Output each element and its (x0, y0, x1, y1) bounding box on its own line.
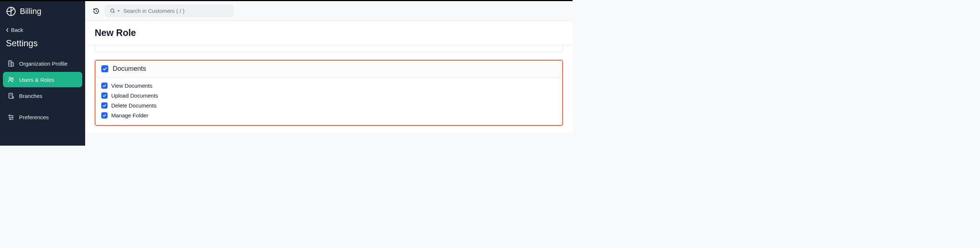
svg-rect-2 (12, 63, 14, 67)
sidebar-brand[interactable]: Billing (0, 1, 85, 19)
checkbox-manage-folder[interactable] (101, 112, 108, 119)
top-black-bar (0, 0, 573, 1)
sidebar: Billing Back Settings Organization Profi… (0, 0, 85, 146)
sidebar-item-users-roles[interactable]: Users & Roles (3, 72, 82, 87)
check-icon (102, 113, 107, 118)
checkbox-view-documents[interactable] (101, 83, 108, 89)
check-icon (102, 103, 107, 108)
sidebar-item-label: Organization Profile (19, 60, 68, 67)
permission-row-delete: Delete Documents (101, 102, 557, 108)
brand-name: Billing (20, 6, 41, 16)
building-icon (7, 60, 15, 67)
svg-rect-5 (9, 93, 13, 98)
permission-label: Manage Folder (111, 112, 148, 119)
top-bar (85, 1, 573, 21)
back-link[interactable]: Back (0, 19, 85, 35)
svg-point-6 (9, 115, 10, 116)
sidebar-item-label: Users & Roles (19, 77, 54, 83)
sidebar-item-label: Branches (19, 93, 42, 99)
preferences-icon (7, 113, 15, 121)
sidebar-item-label: Preferences (19, 114, 49, 120)
search-icon-dropdown[interactable] (110, 8, 120, 14)
sidebar-item-organization-profile[interactable]: Organization Profile (3, 56, 82, 71)
search-input[interactable] (123, 8, 229, 14)
back-label: Back (11, 27, 23, 33)
permission-group-header: Documents (95, 60, 562, 78)
search-box[interactable] (105, 5, 234, 17)
permission-label: Upload Documents (111, 92, 158, 99)
checkbox-upload-documents[interactable] (101, 92, 108, 99)
permission-label: View Documents (111, 83, 152, 89)
checkbox-documents-all[interactable] (101, 65, 108, 72)
sidebar-item-preferences[interactable]: Preferences (3, 109, 82, 125)
svg-point-4 (12, 78, 13, 79)
permission-row-upload: Upload Documents (101, 92, 557, 99)
users-icon (7, 76, 15, 83)
page-title: New Role (95, 27, 563, 38)
chevron-down-icon (117, 9, 120, 13)
content-area: Documents View Documents (85, 45, 573, 132)
permission-group-title: Documents (113, 65, 146, 73)
check-icon (102, 67, 107, 71)
main-area: New Role Documents (85, 0, 573, 146)
permission-group-documents: Documents View Documents (95, 60, 563, 126)
check-icon (102, 94, 107, 98)
check-icon (102, 84, 107, 88)
svg-point-8 (10, 119, 11, 119)
search-icon (110, 8, 115, 14)
nav-spacer (3, 104, 82, 109)
sidebar-item-branches[interactable]: Branches (3, 88, 82, 103)
history-icon[interactable] (92, 7, 100, 15)
svg-point-7 (12, 117, 13, 118)
previous-card-edge (95, 45, 563, 52)
chevron-left-icon (6, 27, 9, 33)
logo-icon (6, 6, 16, 16)
permission-row-view: View Documents (101, 83, 557, 89)
svg-point-3 (9, 78, 11, 79)
svg-rect-1 (8, 61, 11, 67)
sidebar-title: Settings (0, 35, 85, 56)
branches-icon (7, 92, 15, 99)
permission-list: View Documents Upload Documents (95, 78, 562, 125)
svg-point-9 (111, 9, 114, 13)
page-header: New Role (85, 21, 573, 45)
checkbox-delete-documents[interactable] (101, 102, 108, 108)
permission-row-manage: Manage Folder (101, 112, 557, 119)
nav-list: Organization Profile Users & Roles (0, 56, 85, 126)
permission-label: Delete Documents (111, 102, 156, 108)
